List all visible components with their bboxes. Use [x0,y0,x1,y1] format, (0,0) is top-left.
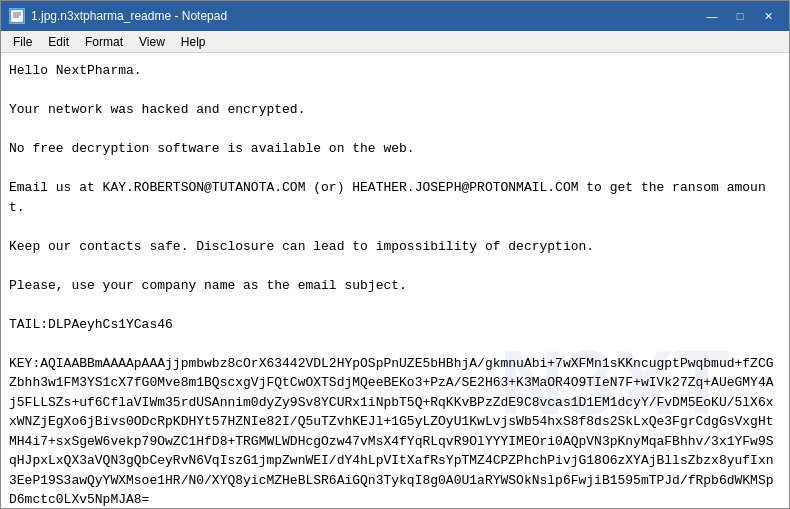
window-title: 1.jpg.n3xtpharma_readme - Notepad [31,9,227,23]
menu-format[interactable]: Format [77,33,131,51]
menu-edit[interactable]: Edit [40,33,77,51]
document-text[interactable]: Hello NextPharma. Your network was hacke… [9,61,781,508]
menu-view[interactable]: View [131,33,173,51]
svg-rect-0 [11,10,23,22]
menu-file[interactable]: File [5,33,40,51]
maximize-button[interactable]: □ [727,6,753,26]
menu-bar: File Edit Format View Help [1,31,789,53]
notepad-window: 1.jpg.n3xtpharma_readme - Notepad — □ ✕ … [0,0,790,509]
app-icon [9,8,25,24]
text-content-area[interactable]: N3XT Hello NextPharma. Your network was … [1,53,789,508]
title-bar-left: 1.jpg.n3xtpharma_readme - Notepad [9,8,227,24]
title-bar: 1.jpg.n3xtpharma_readme - Notepad — □ ✕ [1,1,789,31]
close-button[interactable]: ✕ [755,6,781,26]
menu-help[interactable]: Help [173,33,214,51]
minimize-button[interactable]: — [699,6,725,26]
title-bar-buttons: — □ ✕ [699,6,781,26]
